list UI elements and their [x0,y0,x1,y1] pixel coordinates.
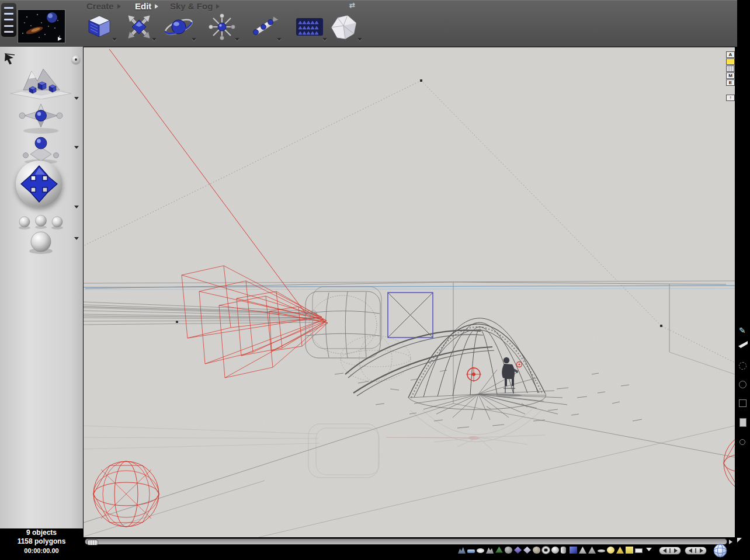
polygon-count: 1158 polygons [0,537,83,546]
step-forward-icon[interactable] [700,548,703,553]
select-cylinder-icon[interactable] [561,547,566,554]
select-water-icon[interactable] [467,549,475,553]
menu-sky-fog-label: Sky & Fog [170,1,213,11]
object-handle[interactable] [660,325,662,327]
box-render-icon[interactable] [739,399,746,407]
select-cone-light-icon[interactable] [616,547,624,554]
shaded-sphere-icon[interactable] [739,381,746,388]
status-readout: 9 objects 1158 polygons 00:00:00.00 [0,528,83,555]
select-stone-icon[interactable] [533,547,540,554]
selection-family-dropdown-icon[interactable] [646,548,652,551]
step-back-icon[interactable] [663,548,666,553]
resize-arrows-icon [123,13,155,40]
transport-forward-group[interactable] [685,547,707,555]
dispersion-rod-icon [248,13,280,40]
edit-terrain-tool[interactable] [293,13,326,40]
terrain-preview-icon[interactable] [8,63,74,99]
reposition-tool[interactable] [206,13,238,40]
panel-dropdown-icon[interactable] [74,97,79,100]
palette-drag-grip[interactable] [1,3,16,37]
select-torus-icon[interactable] [542,547,550,554]
horizontal-scrollbar[interactable] [85,538,727,545]
resize-corner-icon[interactable] [737,538,742,542]
wireframe-sphere-icon[interactable] [739,362,746,370]
select-tree-icon[interactable] [495,547,503,554]
panel-dropdown-icon[interactable] [74,206,79,208]
transport-divider [669,548,671,553]
select-plane-icon[interactable] [635,548,643,553]
tool-dropdown-icon[interactable] [112,38,117,41]
swap-palette-icon[interactable]: ⇄ [349,1,355,9]
menu-edit-label: Edit [135,1,151,11]
tool-dropdown-icon[interactable] [235,38,239,41]
nano-preview-image [18,10,64,41]
render-spheres-icon[interactable] [8,213,74,257]
tool-dropdown-icon[interactable] [152,38,157,41]
view-button-m[interactable]: M [726,72,735,79]
panel-dropdown-icon[interactable] [74,237,79,240]
menu-create[interactable]: Create [86,1,121,11]
pencil-icon[interactable]: ✎ [739,326,746,335]
edit-object-tool[interactable] [328,13,361,40]
select-symmetric-lattice-icon[interactable] [514,547,522,554]
resize-tool[interactable] [123,13,155,40]
tool-dropdown-icon[interactable] [322,38,327,41]
materials-cube-icon [83,13,116,40]
view-button-e-label: E [729,80,732,85]
up-arrow-icon: ↑ [730,95,732,100]
rotate-tool[interactable] [162,13,195,40]
menu-arrow-icon [117,4,121,9]
select-sphere-icon[interactable] [551,547,559,554]
transport-divider [695,548,696,553]
menu-arrow-icon [216,4,220,9]
trackball-cross-icon [16,161,62,207]
select-cone-icon[interactable] [579,547,586,554]
view-button-a-label: A [729,52,732,57]
trackball-globe-icon[interactable] [713,543,728,558]
transport-back-group[interactable] [659,547,681,555]
select-disc-icon[interactable] [598,549,605,552]
randomize-tool[interactable] [248,13,280,40]
render-time: 00:00:00.00 [0,546,83,555]
camera-control-panel [0,47,83,528]
select-terrain-icon[interactable] [458,547,466,554]
render-dot-icon[interactable] [739,439,745,445]
document-icon[interactable] [739,418,746,427]
tool-dropdown-icon[interactable] [357,38,362,41]
menu-sky-fog[interactable]: Sky & Fog [170,1,220,11]
scrollbar-handle[interactable] [87,540,98,545]
menu-create-label: Create [86,1,114,11]
play-icon[interactable] [674,548,678,553]
select-pyramid-icon[interactable] [588,547,596,554]
materials-tool[interactable] [83,13,116,40]
preview-options-button[interactable] [72,55,80,64]
view-color-swatch[interactable] [726,58,735,65]
top-toolbar: Create Edit Sky & Fog ⇄ [0,0,737,47]
tool-dropdown-icon[interactable] [192,38,196,41]
select-cube-icon[interactable] [570,547,577,554]
select-cloud-icon[interactable] [477,548,484,553]
scene-viewport[interactable] [84,47,735,537]
tool-dropdown-icon[interactable] [277,38,282,41]
select-square-light-icon[interactable] [626,547,633,554]
select-mountain-icon[interactable] [486,547,494,554]
select-lattice-icon[interactable] [523,547,531,554]
blade-icon[interactable] [738,341,748,348]
select-rock-icon[interactable] [505,547,512,554]
menu-arrow-icon [155,4,158,9]
menu-edit[interactable]: Edit [135,1,158,11]
boulder-crystal-icon [328,13,361,40]
view-cluster-icon[interactable] [8,103,74,135]
select-sphere-light-icon[interactable] [607,547,614,554]
view-pattern-button[interactable] [726,65,735,72]
nano-preview[interactable] [18,9,65,43]
rewind-icon[interactable] [689,548,692,553]
rotate-ring-icon [162,13,195,40]
scroll-right-icon[interactable] [729,540,732,544]
panel-dropdown-icon[interactable] [74,146,79,149]
view-button-e[interactable]: E [726,79,735,86]
view-button-up[interactable]: ↑ [726,95,735,101]
origin-handle[interactable] [420,79,422,82]
wireframe-scene[interactable] [84,47,735,537]
view-button-a[interactable]: A [726,51,735,58]
